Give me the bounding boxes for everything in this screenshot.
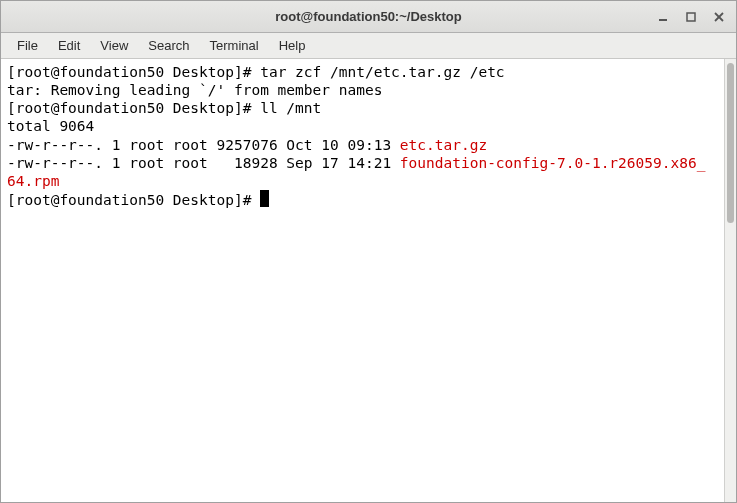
- menu-help[interactable]: Help: [269, 35, 316, 56]
- ls-permissions: -rw-r--r--. 1 root root 18928 Sep 17 14:…: [7, 155, 400, 171]
- ls-permissions: -rw-r--r--. 1 root root 9257076 Oct 10 0…: [7, 137, 400, 153]
- menu-view[interactable]: View: [90, 35, 138, 56]
- ls-filename: etc.tar.gz: [400, 137, 487, 153]
- minimize-button[interactable]: [656, 10, 670, 24]
- menu-file[interactable]: File: [7, 35, 48, 56]
- close-button[interactable]: [712, 10, 726, 24]
- output-line: total 9064: [7, 118, 94, 134]
- scrollbar[interactable]: [724, 59, 736, 502]
- titlebar: root@foundation50:~/Desktop: [1, 1, 736, 33]
- menu-terminal[interactable]: Terminal: [200, 35, 269, 56]
- svg-rect-1: [687, 13, 695, 21]
- ls-filename-wrap: 64.rpm: [7, 173, 59, 189]
- cursor-icon: [260, 190, 269, 207]
- output-line: tar: Removing leading `/' from member na…: [7, 82, 382, 98]
- menu-search[interactable]: Search: [138, 35, 199, 56]
- menu-edit[interactable]: Edit: [48, 35, 90, 56]
- command-text: ll /mnt: [260, 100, 321, 116]
- command-text: tar zcf /mnt/etc.tar.gz /etc: [260, 64, 504, 80]
- ls-filename: foundation-config-7.0-1.r26059.x86_: [400, 155, 706, 171]
- window-title: root@foundation50:~/Desktop: [9, 9, 728, 24]
- prompt: [root@foundation50 Desktop]#: [7, 100, 260, 116]
- prompt: [root@foundation50 Desktop]#: [7, 192, 260, 208]
- maximize-button[interactable]: [684, 10, 698, 24]
- terminal-area: [root@foundation50 Desktop]# tar zcf /mn…: [1, 59, 736, 502]
- scrollbar-thumb[interactable]: [727, 63, 734, 223]
- window-controls: [656, 10, 726, 24]
- menubar: File Edit View Search Terminal Help: [1, 33, 736, 59]
- terminal[interactable]: [root@foundation50 Desktop]# tar zcf /mn…: [1, 59, 736, 502]
- prompt: [root@foundation50 Desktop]#: [7, 64, 260, 80]
